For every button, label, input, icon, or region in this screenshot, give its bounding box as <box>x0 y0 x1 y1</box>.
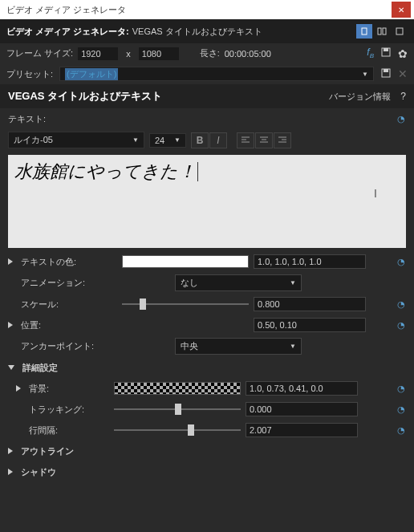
view-mode-1-icon[interactable] <box>356 24 372 39</box>
chevron-down-icon: ▼ <box>174 136 181 144</box>
preset-dropdown[interactable]: (デフォルト) ▼ <box>59 67 374 81</box>
keyframe-icon[interactable]: ◔ <box>396 320 406 330</box>
advanced-label: 詳細設定 <box>22 362 119 374</box>
header-subtitle: VEGAS タイトルおよびテキスト <box>132 26 262 38</box>
frame-size-label: フレーム サイズ: <box>6 47 73 59</box>
align-left-button[interactable] <box>237 132 254 148</box>
svg-rect-0 <box>362 28 367 35</box>
animation-dropdown[interactable]: なし ▼ <box>175 274 302 291</box>
background-label: 背景: <box>29 383 109 395</box>
expand-icon[interactable] <box>16 385 21 392</box>
svg-rect-7 <box>384 69 388 72</box>
text-color-input[interactable] <box>254 254 366 269</box>
length-value[interactable]: 00:00:05:00 <box>225 49 271 59</box>
shadow-row: シャドウ <box>0 461 414 482</box>
chevron-down-icon: ▼ <box>132 136 139 144</box>
text-content: 水族館にやってきた！ <box>14 161 196 181</box>
svg-rect-3 <box>396 28 403 35</box>
background-input[interactable] <box>246 381 358 396</box>
fx-icon[interactable]: fB <box>367 47 374 59</box>
keyframe-icon[interactable]: ◔ <box>396 299 406 309</box>
version-link[interactable]: バージョン情報 <box>329 91 391 103</box>
header-label: ビデオ メディア ジェネレータ: <box>6 26 129 38</box>
text-color-row: テキストの色: ◔ <box>0 251 414 272</box>
text-color-swatch[interactable] <box>122 255 249 268</box>
text-editor[interactable]: 水族館にやってきた！ I <box>8 155 406 248</box>
scale-label: スケール: <box>21 298 117 311</box>
animation-value: なし <box>181 277 198 289</box>
chevron-down-icon: ▼ <box>362 71 368 78</box>
svg-rect-1 <box>378 28 381 35</box>
tracking-slider[interactable] <box>114 403 241 416</box>
outline-label: アウトライン <box>21 445 117 457</box>
keyframe-icon[interactable]: ◔ <box>396 404 406 414</box>
expand-icon[interactable] <box>8 322 13 328</box>
advanced-row: 詳細設定 <box>0 357 414 378</box>
line-spacing-slider[interactable] <box>114 424 241 437</box>
background-row: 背景: ◔ <box>0 378 414 399</box>
expand-icon[interactable] <box>8 258 13 265</box>
font-toolbar: ルイカ-05 ▼ 24 ▼ B I <box>0 130 414 150</box>
scale-row: スケール: ◔ <box>0 294 414 315</box>
tracking-label: トラッキング: <box>29 404 109 416</box>
preset-label: プリセット: <box>6 68 53 80</box>
preset-row: プリセット: (デフォルト) ▼ ✕ <box>0 63 414 84</box>
animation-label: アニメーション: <box>21 277 117 289</box>
chevron-down-icon: ▼ <box>290 343 296 350</box>
expand-icon[interactable] <box>8 448 13 454</box>
line-spacing-row: 行間隔: ◔ <box>0 420 414 441</box>
shadow-label: シャドウ <box>21 466 117 478</box>
view-mode-3-icon[interactable] <box>392 24 408 39</box>
position-label: 位置: <box>21 319 117 331</box>
preset-value: (デフォルト) <box>65 68 118 80</box>
font-family-dropdown[interactable]: ルイカ-05 ▼ <box>8 132 144 148</box>
keyframe-icon[interactable]: ◔ <box>396 384 406 393</box>
font-size-dropdown[interactable]: 24 ▼ <box>149 133 186 148</box>
ibeam-cursor-icon: I <box>374 187 377 200</box>
keyframe-icon[interactable]: ◔ <box>396 115 406 124</box>
scale-input[interactable] <box>254 297 366 311</box>
expand-icon[interactable] <box>8 469 13 475</box>
preset-save-icon[interactable] <box>380 67 392 81</box>
keyframe-icon[interactable]: ◔ <box>396 425 406 435</box>
italic-button[interactable]: I <box>209 132 227 148</box>
save-icon[interactable] <box>380 47 392 60</box>
svg-rect-5 <box>384 48 388 51</box>
align-right-button[interactable] <box>274 132 291 148</box>
text-label-row: テキスト: ◔ <box>0 108 414 130</box>
section-title: VEGAS タイトルおよびテキスト <box>8 89 162 104</box>
line-spacing-input[interactable] <box>246 423 358 437</box>
length-label: 長さ: <box>200 47 220 59</box>
text-cursor <box>197 162 198 181</box>
animation-row: アニメーション: なし ▼ <box>0 272 414 294</box>
anchor-value: 中央 <box>181 340 198 352</box>
frame-x-separator: x <box>123 49 134 59</box>
section-title-bar: VEGAS タイトルおよびテキスト バージョン情報 ? <box>0 84 414 108</box>
tracking-row: トラッキング: ◔ <box>0 399 414 420</box>
close-button[interactable]: ✕ <box>392 2 411 18</box>
help-icon[interactable]: ? <box>400 91 406 102</box>
frame-height-input[interactable] <box>139 47 179 60</box>
preset-delete-icon[interactable]: ✕ <box>398 67 408 80</box>
anchor-label: アンカーポイント: <box>21 340 117 352</box>
outline-row: アウトライン <box>0 441 414 461</box>
scale-slider[interactable] <box>122 298 249 311</box>
anchor-dropdown[interactable]: 中央 ▼ <box>175 338 302 355</box>
chevron-down-icon: ▼ <box>290 279 296 286</box>
align-center-button[interactable] <box>255 132 273 148</box>
bold-button[interactable]: B <box>191 132 209 148</box>
view-mode-2-icon[interactable] <box>374 24 390 39</box>
text-label: テキスト: <box>8 113 46 125</box>
keyframe-icon[interactable]: ◔ <box>396 257 406 266</box>
settings-icon[interactable]: ✿ <box>398 47 408 60</box>
font-family-value: ルイカ-05 <box>14 134 53 146</box>
tracking-input[interactable] <box>246 402 358 416</box>
anchor-row: アンカーポイント: 中央 ▼ <box>0 335 414 357</box>
frame-width-input[interactable] <box>78 47 118 60</box>
collapse-icon[interactable] <box>8 365 14 370</box>
position-input[interactable] <box>254 318 366 332</box>
background-swatch[interactable] <box>114 382 241 395</box>
position-row: 位置: ◔ <box>0 315 414 335</box>
font-size-value: 24 <box>155 136 164 145</box>
generator-header: ビデオ メディア ジェネレータ: VEGAS タイトルおよびテキスト <box>0 19 414 43</box>
